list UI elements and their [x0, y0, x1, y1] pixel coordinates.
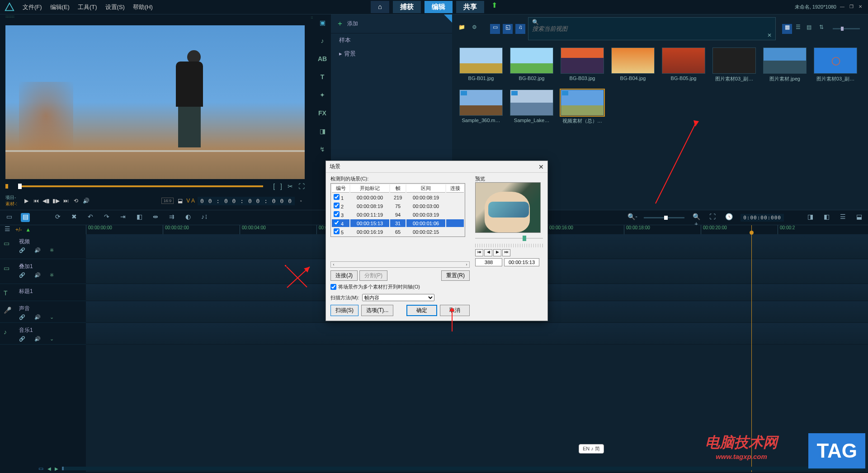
zoom-in-icon[interactable]: 🔍+ [692, 213, 701, 222]
va-toggle[interactable]: V A [186, 198, 195, 204]
marker-in-icon[interactable]: ⇥ [118, 213, 127, 222]
color-icon[interactable]: ◐ [184, 213, 193, 222]
tc-up-icon[interactable]: ◦ [297, 197, 305, 204]
clock-icon[interactable]: 🕓 [724, 213, 733, 222]
zoom-timecode[interactable]: 0:00:00:000 [741, 214, 784, 222]
graphic-icon[interactable]: ✦ [318, 91, 327, 99]
minimize-icon[interactable]: ― [839, 4, 845, 10]
mark-in-icon[interactable] [5, 184, 8, 189]
ok-button[interactable]: 确定 [406, 305, 437, 316]
scene-row[interactable]: 500:00:16:196500:00:02:15 [332, 228, 464, 236]
link-icon[interactable]: 🔗 [19, 247, 25, 253]
tab-edit[interactable]: 编辑 [425, 1, 453, 13]
upload-icon[interactable]: ⬆ [491, 1, 497, 13]
filter-photo-icon[interactable]: ◱ [503, 24, 513, 34]
mark-left-icon[interactable]: [ [273, 183, 275, 190]
marker-icon[interactable]: ◧ [135, 213, 144, 222]
thumbnail-item[interactable]: BG-B03.jpg [561, 47, 604, 82]
table-hscroll[interactable]: ‹› [330, 261, 470, 268]
menu-tools[interactable]: 工具(T) [78, 3, 97, 11]
tools-icon[interactable]: ✖ [70, 213, 79, 222]
dlg-play-icon[interactable]: ▶ [493, 249, 501, 256]
slip-icon[interactable]: ⇉ [167, 213, 176, 222]
mode-clip-label[interactable]: 素材-: [5, 201, 17, 207]
options-button[interactable]: 选项(T)... [361, 305, 393, 316]
clear-search-icon[interactable]: ✕ [767, 32, 772, 38]
search-input[interactable] [532, 25, 772, 32]
replace-icon[interactable]: ⟳ [53, 213, 62, 222]
fx-track-icon[interactable]: ※ [50, 247, 54, 253]
track-header-title[interactable]: T 标题1 [0, 284, 86, 301]
thumbnail-item[interactable]: BG-B05.jpg [662, 47, 705, 82]
view-grid-icon[interactable]: ▤ [804, 24, 814, 34]
resize-icon[interactable]: ⬓ [176, 197, 184, 204]
view-thumb-icon[interactable]: ▦ [782, 24, 792, 34]
filter-audio-icon[interactable]: ♫ [515, 24, 525, 34]
open-timeline-checkbox[interactable]: 将场景作为多个素材打开到时间轴(O) [330, 284, 470, 290]
scene-row[interactable]: 300:00:11:199400:00:03:19 [332, 211, 464, 218]
dialog-scrubber[interactable] [475, 236, 543, 241]
loop-icon[interactable]: ⟲ [72, 197, 80, 204]
track-header-video[interactable]: ▭ 视频 🔗🔊※ [0, 234, 86, 259]
join-button[interactable]: 连接(J) [330, 270, 358, 281]
thumbnail-item[interactable]: 图片素材.jpeg [763, 47, 807, 82]
prev-frame-icon[interactable]: ◀▮ [42, 197, 50, 204]
track-lane-music[interactable] [86, 323, 868, 345]
aspect-ratio[interactable]: 16:9 [161, 198, 174, 204]
next-frame-icon[interactable]: ▮▶ [52, 197, 60, 204]
track-add-icon[interactable]: +/- [15, 227, 22, 233]
panel3-icon[interactable]: ☰ [838, 213, 847, 222]
go-end-icon[interactable]: ⏭ [62, 197, 70, 204]
zoom-out-icon[interactable]: 🔍- [627, 213, 637, 222]
thumbnail-item[interactable]: 图片素材03_副… [712, 47, 756, 82]
dialog-close-icon[interactable]: ✕ [538, 163, 544, 170]
track-header-music[interactable]: ♪ 音乐1 🔗🔊⌄ [0, 323, 86, 345]
ar-icon[interactable]: ◨ [318, 128, 327, 136]
tab-home[interactable]: ⌂ [371, 1, 389, 13]
gear-icon[interactable]: ⚙ [469, 24, 479, 34]
undo-icon[interactable]: ↶ [86, 213, 95, 222]
path-icon[interactable]: ↯ [318, 146, 327, 154]
mode-project-label[interactable]: 项目- [5, 194, 17, 201]
menu-settings[interactable]: 设置(S) [105, 3, 125, 11]
filter-video-icon[interactable]: ▭ [490, 24, 500, 34]
track-menu-icon[interactable]: ☰ [3, 225, 12, 234]
timeline-hscroll[interactable]: ▭ ◀▶ [38, 466, 863, 471]
panel4-icon[interactable]: ⬓ [854, 213, 863, 222]
split-icon[interactable]: ⇹ [151, 213, 160, 222]
panel1-icon[interactable]: ◨ [806, 213, 815, 222]
reset-button[interactable]: 重置(R) [441, 270, 470, 281]
timeline-icon[interactable]: ▤ [21, 213, 30, 222]
dlg-last-icon[interactable]: ⏭ [502, 249, 510, 256]
go-start-icon[interactable]: ⏮ [33, 197, 40, 204]
close-icon[interactable]: ✕ [857, 4, 863, 10]
restore-icon[interactable]: ❐ [848, 4, 854, 10]
title-icon[interactable]: T [318, 73, 327, 81]
sort-icon[interactable]: ⇅ [816, 24, 826, 34]
audio-icon[interactable]: ♪ [318, 37, 327, 45]
track-header-audio[interactable]: 🎤 声音 🔗🔊⌄ [0, 301, 86, 323]
thumbnail-item[interactable]: BG-B04.jpg [611, 47, 655, 82]
menu-file[interactable]: 文件(F) [23, 3, 42, 11]
scene-row[interactable]: 100:00:00:0021900:00:08:19 [332, 194, 464, 201]
thumbnail-item[interactable]: Sample_Lake… [510, 90, 553, 124]
view-list-icon[interactable]: ☰ [793, 24, 803, 34]
scissors-icon[interactable]: ✂ [288, 183, 293, 190]
mute-icon[interactable]: 🔊 [34, 247, 41, 253]
cancel-button[interactable]: 取消 [440, 305, 470, 316]
preview-scrubber[interactable] [18, 185, 263, 187]
expand-icon[interactable]: ⛶ [298, 183, 305, 190]
thumbnail-item[interactable]: Sample_360.m… [459, 90, 503, 124]
storyboard-icon[interactable]: ▭ [5, 213, 14, 222]
thumb-size-slider[interactable] [833, 28, 860, 29]
zoom-slider[interactable] [644, 217, 684, 218]
dlg-first-icon[interactable]: ⏮ [475, 249, 483, 256]
corner-flag-icon[interactable] [444, 14, 452, 23]
menu-help[interactable]: 帮助(H) [133, 3, 153, 11]
tab-share[interactable]: 共享 [456, 1, 484, 13]
menu-edit[interactable]: 编辑(E) [50, 3, 70, 11]
frame-timecode-input[interactable] [504, 258, 539, 266]
redo-icon[interactable]: ↷ [102, 213, 111, 222]
thumbnail-item[interactable]: ◯图片素材03_副… [814, 47, 857, 82]
frame-number-input[interactable] [475, 258, 502, 266]
